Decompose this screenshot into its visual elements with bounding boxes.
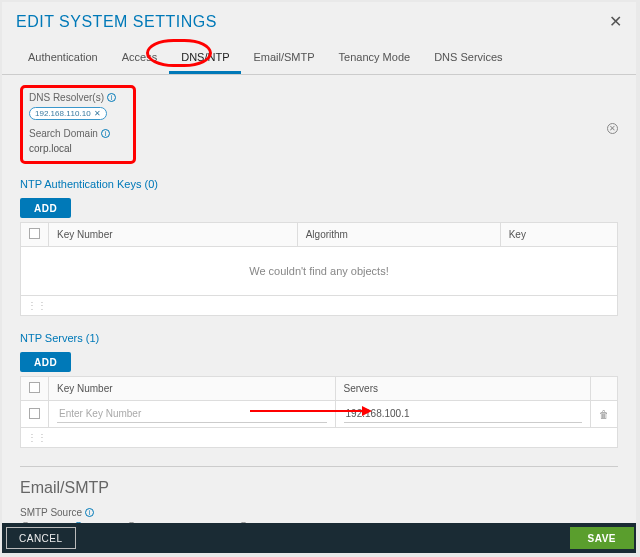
dns-resolvers-label: DNS Resolver(s) i	[29, 92, 127, 103]
modal-title: EDIT SYSTEM SETTINGS	[16, 13, 217, 31]
search-domain-value[interactable]: corp.local	[29, 142, 127, 155]
annotation-fields-box: DNS Resolver(s) i 192.168.110.10 ✕ Searc…	[20, 85, 136, 164]
pager-grip-icon: ⋮⋮	[27, 432, 47, 443]
table-pager[interactable]: ⋮⋮	[20, 296, 618, 316]
col-key-number[interactable]: Key Number	[49, 223, 298, 247]
section-divider	[20, 466, 618, 467]
search-domain-label: Search Domain i	[29, 128, 127, 139]
smtp-source-label: SMTP Source i	[20, 507, 618, 518]
email-section-heading: Email/SMTP	[20, 479, 618, 497]
settings-modal: EDIT SYSTEM SETTINGS ✕ Authentication Ac…	[2, 2, 636, 553]
modal-header: EDIT SYSTEM SETTINGS ✕	[2, 2, 636, 37]
ntp-servers-table: Key Number Servers 🗑	[20, 376, 618, 428]
table-pager[interactable]: ⋮⋮	[20, 428, 618, 448]
modal-body[interactable]: DNS Resolver(s) i 192.168.110.10 ✕ Searc…	[2, 75, 636, 523]
modal-footer: CANCEL SAVE	[2, 523, 636, 553]
info-icon[interactable]: i	[107, 93, 116, 102]
delete-row-icon[interactable]: 🗑	[591, 401, 618, 428]
empty-table-message: We couldn't find any objects!	[20, 247, 618, 296]
tab-dns-services[interactable]: DNS Services	[422, 45, 514, 74]
dns-resolver-value: 192.168.110.10	[35, 109, 91, 118]
pager-grip-icon: ⋮⋮	[27, 300, 47, 311]
key-number-input[interactable]	[57, 405, 327, 423]
ntp-keys-table: Key Number Algorithm Key	[20, 222, 618, 247]
tab-tenancy-mode[interactable]: Tenancy Mode	[327, 45, 423, 74]
server-input[interactable]	[344, 405, 582, 423]
add-ntp-key-button[interactable]: ADD	[20, 198, 71, 218]
col-servers[interactable]: Servers	[335, 377, 590, 401]
table-row: 🗑	[21, 401, 618, 428]
dns-resolver-tag[interactable]: 192.168.110.10 ✕	[29, 107, 107, 120]
info-icon[interactable]: i	[85, 508, 94, 517]
select-all-checkbox[interactable]	[21, 223, 49, 247]
remove-tag-icon[interactable]: ✕	[94, 109, 101, 118]
tab-authentication[interactable]: Authentication	[16, 45, 110, 74]
col-key[interactable]: Key	[500, 223, 617, 247]
tab-email-smtp[interactable]: Email/SMTP	[241, 45, 326, 74]
info-icon[interactable]: i	[101, 129, 110, 138]
cancel-button[interactable]: CANCEL	[6, 527, 76, 549]
ntp-servers-link[interactable]: NTP Servers (1)	[20, 332, 618, 344]
tab-bar: Authentication Access DNS/NTP Email/SMTP…	[2, 37, 636, 75]
tab-dns-ntp[interactable]: DNS/NTP	[169, 45, 241, 74]
row-checkbox[interactable]	[21, 401, 49, 428]
tab-access[interactable]: Access	[110, 45, 169, 74]
ntp-auth-keys-link[interactable]: NTP Authentication Keys (0)	[20, 178, 618, 190]
clear-field-icon[interactable]: ✕	[607, 123, 618, 134]
col-algorithm[interactable]: Algorithm	[297, 223, 500, 247]
save-button[interactable]: SAVE	[570, 527, 635, 549]
col-key-number[interactable]: Key Number	[49, 377, 336, 401]
close-icon[interactable]: ✕	[609, 12, 622, 31]
add-ntp-server-button[interactable]: ADD	[20, 352, 71, 372]
select-all-checkbox[interactable]	[21, 377, 49, 401]
